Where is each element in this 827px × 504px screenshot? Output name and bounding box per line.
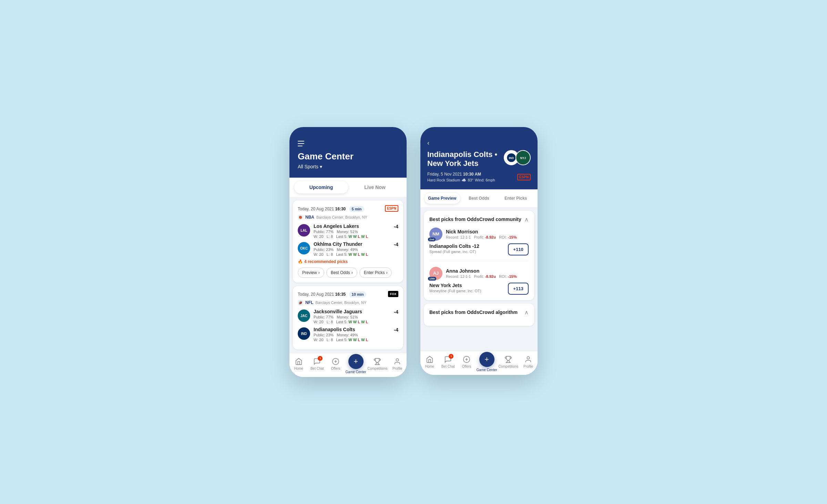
jets-logo: NYJ [515,150,531,165]
nav-game-center-2[interactable]: + Game Center [477,352,497,372]
action-btns-1: Preview › Best Odds › Enter Picks › [298,267,398,278]
nfl-icon: 🏈 [298,300,303,305]
svg-point-11 [527,356,529,359]
menu-icon[interactable] [298,141,306,146]
home-icon [295,357,303,366]
nav-offers-2[interactable]: Offers [458,355,475,368]
trophy-icon-2 [504,355,512,364]
phone-2: ‹ Indianapolis Colts • New York Jets IND [420,127,538,375]
tab-upcoming[interactable]: Upcoming [294,181,348,193]
svg-text:NYJ: NYJ [520,156,526,160]
nav-profile-1[interactable]: Profile [389,357,406,370]
tabs-bar: Upcoming Live Now [289,178,407,197]
svg-text:IND: IND [509,156,514,160]
nav-bet-chat-2[interactable]: 1 Bet Chat [439,355,457,368]
collapse-algo-icon[interactable]: ∧ [524,309,529,316]
preview-btn-1[interactable]: Preview › [298,267,324,278]
game-card-2-header: Today, 20 Aug 2021 16:35 10 min FOX [298,291,398,297]
chat-icon-2: 1 [444,355,452,364]
espn-badge-1: ESPN [385,205,398,212]
bottom-nav-1: Home 1 Bet Chat Offers + Game Center [289,353,407,377]
offers-icon [331,357,340,366]
nav-home-1[interactable]: Home [290,357,307,370]
espn-badge-2: ESPN [517,174,531,180]
chat-icon: 1 [313,357,321,366]
detail-tabs: Game Preview Best Odds Enter Picks [420,189,538,207]
team-row-okc: OKC Okhlma City Thunder Public: 23% Mone… [298,241,398,256]
anna-avatar: AJ 15th [429,267,442,280]
tab-live-now[interactable]: Live Now [348,181,402,193]
community-picks-section: Best picks from OddsCrowd community ∧ NM… [424,211,534,300]
game-card-1: Today, 20 Aug 2021 16:30 5 min ESPN 🏀 NB… [293,200,403,283]
league-row-2: 🏈 NFL Barclays Center, Brooklyn, NY [298,300,398,305]
collapse-icon[interactable]: ∧ [524,216,529,223]
team-logos-pair: IND NYJ [504,150,531,165]
colts-sm-logo: IND [298,327,310,340]
team-row-lakers: LAL Los Angeles Lakers Public: 77% Money… [298,223,398,239]
odds-btn-anna[interactable]: +113 [508,283,529,295]
profile-icon-2 [524,355,532,364]
league-row-1: 🏀 NBA Barclays Center, Brooklyn, NY [298,214,398,220]
phone-1: Game Center All Sports ▾ Upcoming Live N… [289,127,407,377]
all-sports-filter[interactable]: All Sports ▾ [298,164,322,169]
okc-logo: OKC [298,242,310,254]
odds-btn-nick[interactable]: +110 [508,243,529,255]
page-title: Game Center [298,151,398,162]
team-row-jaguars: JAC Jacksonville Jaguars Public: 77% Mon… [298,309,398,324]
lakers-logo: LAL [298,224,310,237]
game-date-2: Today, 20 Aug 2021 16:35 10 min [298,292,366,297]
nav-competitions-2[interactable]: Competitions [498,355,518,368]
fox-badge: FOX [388,291,398,297]
gamecenter-icon-2[interactable]: + [479,352,494,367]
game-info-row: Friday, 5 Nov 2021 10:30 AM Hard Rock St… [427,172,531,182]
nav-offers-1[interactable]: Offers [327,357,344,370]
phone1-header: Game Center All Sports ▾ [289,127,407,178]
picker-anna: AJ 15th Anna Johnson Record: 12·1·1 Prof… [429,267,529,295]
nav-competitions-1[interactable]: Competitions [367,357,387,370]
svg-point-3 [396,358,398,361]
recommended-picks-1: 🔥 4 recommended picks [298,259,398,264]
nav-game-center-1[interactable]: + Game Center [346,354,366,374]
phone2-header: ‹ Indianapolis Colts • New York Jets IND [420,127,538,189]
game-card-2: Today, 20 Aug 2021 16:35 10 min FOX 🏈 NF… [293,286,403,349]
enter-picks-btn-1[interactable]: Enter Picks › [359,267,392,278]
best-odds-btn-1[interactable]: Best Odds › [326,267,357,278]
bottom-nav-2: Home 1 Bet Chat Offers + Game Center [420,351,538,375]
tab-game-preview[interactable]: Game Preview [425,193,460,204]
team-row-colts-sm: IND Indianapolis Colts Public: 23% Money… [298,327,398,342]
game-date-1: Today, 20 Aug 2021 16:30 5 min [298,207,364,211]
profile-icon [393,357,401,366]
nav-bet-chat-1[interactable]: 1 Bet Chat [308,357,326,370]
offers-icon-2 [462,355,471,364]
nav-profile-2[interactable]: Profile [520,355,537,368]
picker-nick: NM 2nd Nick Morrison Record: 12·1·1 Prof… [429,228,529,261]
back-button[interactable]: ‹ [427,139,531,147]
nick-avatar: NM 2nd [429,228,442,241]
jaguars-logo: JAC [298,309,310,322]
tab-enter-picks[interactable]: Enter Picks [498,193,533,204]
home-icon-2 [426,355,434,364]
gamecenter-icon[interactable]: + [348,354,364,369]
game-card-1-header: Today, 20 Aug 2021 16:30 5 min ESPN [298,205,398,212]
matchup-title: Indianapolis Colts • New York Jets [427,150,500,168]
trophy-icon [373,357,381,366]
algorithm-picks-section: Best picks from OddsCrowd algorithm ∧ [424,304,534,326]
tab-best-odds[interactable]: Best Odds [461,193,497,204]
nba-icon: 🏀 [298,214,303,220]
phone2-body: Game Preview Best Odds Enter Picks Best … [420,189,538,375]
nav-home-2[interactable]: Home [421,355,438,368]
phone1-body: Upcoming Live Now Today, 20 Aug 2021 16:… [289,178,407,377]
